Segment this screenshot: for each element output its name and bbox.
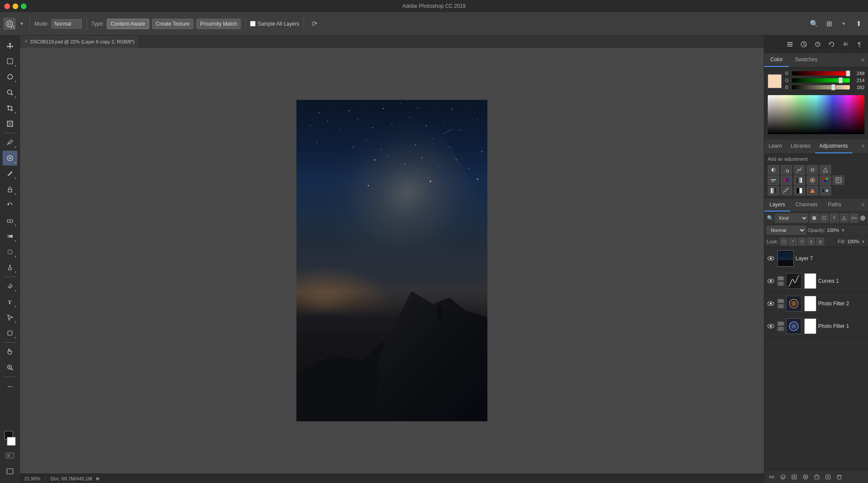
posterize-adj-icon[interactable]: [781, 186, 792, 195]
type-filter-icon[interactable]: T: [830, 214, 838, 222]
dodge-tool[interactable]: ▾: [3, 260, 17, 275]
invert-adj-icon[interactable]: [768, 186, 779, 195]
channel-mixer-adj-icon[interactable]: [820, 175, 831, 185]
layer-visibility-layer7[interactable]: [766, 254, 776, 263]
color-swatch[interactable]: [768, 74, 782, 88]
channels-tab[interactable]: Channels: [790, 198, 823, 212]
tab-close-x[interactable]: ✕: [24, 39, 28, 44]
canvas-container[interactable]: [20, 48, 764, 473]
add-adjustment-icon[interactable]: [801, 472, 810, 482]
color-tab[interactable]: Color: [764, 53, 789, 67]
blur-tool[interactable]: ▾: [3, 245, 17, 259]
layers-filter-select[interactable]: Kind: [775, 214, 808, 222]
lasso-tool[interactable]: ▾: [3, 69, 17, 84]
vibrance-adj-icon[interactable]: [820, 165, 831, 175]
levels-adj-icon[interactable]: [781, 165, 792, 175]
shape-filter-icon[interactable]: [840, 214, 848, 222]
layer-visibility-curves1[interactable]: [766, 276, 776, 286]
learn-tab[interactable]: Learn: [764, 139, 786, 153]
mode-dropdown[interactable]: Normal Replace Multiply: [51, 19, 82, 29]
curves-adj-icon[interactable]: [794, 165, 805, 175]
rectangular-select-tool[interactable]: ▾: [3, 54, 17, 69]
workspace-icon[interactable]: ⊞: [823, 18, 835, 30]
text-tool[interactable]: T ▾: [3, 294, 17, 309]
layer-item-curves1[interactable]: Curves 1: [764, 270, 868, 292]
maximize-button[interactable]: [21, 3, 26, 9]
share-icon[interactable]: ⬆: [852, 18, 865, 30]
close-button[interactable]: [4, 3, 10, 9]
layer-visibility-photofilter1[interactable]: [766, 321, 776, 331]
color-lookup-adj-icon[interactable]: [833, 175, 844, 185]
workspace-arrow-icon[interactable]: ▼: [838, 18, 850, 30]
hue-sat-adj-icon[interactable]: [768, 175, 779, 185]
move-tool[interactable]: [3, 38, 17, 53]
b-slider[interactable]: [792, 85, 850, 89]
search-icon[interactable]: 🔍: [808, 18, 820, 30]
pen-tool[interactable]: ▾: [3, 279, 17, 294]
blend-mode-select[interactable]: Normal: [767, 226, 806, 235]
color-balance-adj-icon[interactable]: [781, 175, 792, 185]
layer-item-photofilter2[interactable]: Photo Filter 2: [764, 292, 868, 315]
add-layer-icon[interactable]: [823, 472, 833, 482]
document-tab[interactable]: ✕ DSC08119.psd @ 22% (Layer 6 copy 2, RG…: [20, 36, 139, 48]
g-slider[interactable]: [792, 78, 850, 83]
shape-tool[interactable]: ▾: [3, 326, 17, 341]
adjustments-icon[interactable]: [798, 38, 810, 50]
color-icon[interactable]: [812, 38, 824, 50]
lock-artboard-icon[interactable]: [798, 238, 806, 245]
brush-options-icon[interactable]: ▼: [18, 18, 25, 30]
spot-healing-tool[interactable]: ▾: [3, 151, 17, 165]
group-layers-icon[interactable]: [812, 472, 822, 482]
zoom-tool[interactable]: [3, 360, 17, 375]
eraser-tool[interactable]: ▾: [3, 213, 17, 228]
link-layers-icon[interactable]: [767, 472, 776, 482]
exposure-adj-icon[interactable]: [807, 165, 818, 175]
stamp-tool[interactable]: ▾: [3, 182, 17, 197]
bw-adj-icon[interactable]: [794, 175, 805, 185]
adjustment-filter-icon[interactable]: [820, 214, 829, 222]
layer-visibility-photofilter2[interactable]: [766, 299, 776, 308]
crop-tool[interactable]: ▾: [3, 101, 17, 116]
quick-select-tool[interactable]: ▾: [3, 85, 17, 100]
photo-filter-adj-icon[interactable]: [807, 175, 818, 185]
history-icon[interactable]: [825, 38, 838, 50]
delete-layer-icon[interactable]: [835, 472, 844, 482]
r-slider[interactable]: [792, 71, 850, 76]
threshold-adj-icon[interactable]: [794, 186, 805, 195]
path-select-tool[interactable]: ▾: [3, 310, 17, 325]
color-spectrum[interactable]: [768, 95, 865, 134]
proximity-match-button[interactable]: Proximity Match: [196, 19, 241, 29]
extra-tools-button[interactable]: ···: [3, 379, 17, 394]
paths-tab[interactable]: Paths: [823, 198, 847, 212]
brush-tool[interactable]: ▾: [3, 166, 17, 181]
layers-icon[interactable]: [784, 38, 796, 50]
status-arrow[interactable]: ▶: [96, 476, 100, 481]
opacity-arrow[interactable]: ▼: [841, 228, 845, 233]
libraries-tab[interactable]: Libraries: [786, 139, 815, 153]
add-style-icon[interactable]: fx: [778, 472, 788, 482]
layers-panel-menu[interactable]: ≡: [858, 198, 868, 212]
paragraph-icon[interactable]: ¶: [853, 38, 865, 50]
sample-all-layers-checkbox[interactable]: [250, 21, 256, 26]
selective-color-adj-icon[interactable]: [807, 186, 818, 195]
hand-tool[interactable]: [3, 344, 17, 359]
heal-brush-icon[interactable]: 15: [3, 18, 16, 30]
brightness-adj-icon[interactable]: [768, 165, 779, 175]
gradient-tool[interactable]: ▾: [3, 229, 17, 244]
swatches-tab[interactable]: Swatches: [789, 53, 824, 67]
eyedropper-tool[interactable]: ▾: [3, 135, 17, 150]
lock-position-icon[interactable]: [807, 238, 815, 245]
color-panel-menu[interactable]: ≡: [858, 53, 868, 67]
adj-panel-menu[interactable]: ≡: [858, 139, 868, 153]
fill-arrow[interactable]: ▼: [861, 239, 865, 244]
lock-transparent-icon[interactable]: [780, 238, 788, 245]
quick-mask-button[interactable]: [3, 448, 17, 463]
layer-item-photofilter1[interactable]: Photo Filter 1: [764, 315, 868, 337]
ai-icon[interactable]: Ai: [839, 38, 852, 50]
smart-filter-icon[interactable]: Sm: [850, 214, 858, 222]
frame-tool[interactable]: [3, 116, 17, 131]
history-brush-tool[interactable]: [3, 198, 17, 212]
layer-item-layer7[interactable]: Layer 7: [764, 247, 868, 270]
lock-all-icon[interactable]: [816, 238, 824, 245]
minimize-button[interactable]: [13, 3, 18, 9]
